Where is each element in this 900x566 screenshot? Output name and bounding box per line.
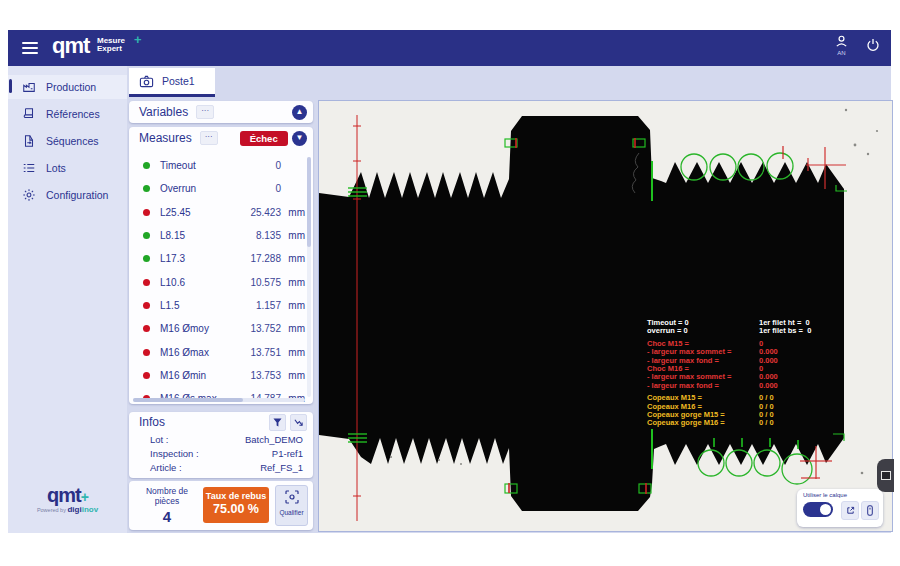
trend-chart-icon bbox=[294, 418, 303, 427]
measure-row[interactable]: M16 Ømoy 13.752 mm bbox=[129, 317, 313, 340]
info-value: Batch_DEMO bbox=[245, 434, 303, 445]
status-dot bbox=[143, 372, 150, 379]
overlay-red-block: Choc M15 =0 - largeur max sommet =0.000 … bbox=[647, 340, 857, 390]
user-initials: AN bbox=[837, 50, 845, 56]
measure-unit: mm bbox=[281, 323, 305, 334]
layer-control-card: Utiliser le calque bbox=[797, 489, 883, 527]
brand-logo: qmt bbox=[52, 33, 89, 59]
vertical-gauge-icon bbox=[866, 505, 874, 516]
top-navbar: qmt MesureExpert + AN bbox=[8, 30, 891, 66]
status-dot bbox=[143, 209, 150, 216]
scrap-rate-value: 75.00 % bbox=[203, 502, 269, 516]
brand-logo-subtitle: MesureExpert bbox=[97, 37, 125, 53]
measure-unit: mm bbox=[281, 370, 305, 381]
scrap-rate-label: Taux de rebus bbox=[203, 491, 269, 501]
measure-value: 25.423 bbox=[231, 207, 281, 218]
info-label: Lot : bbox=[150, 434, 169, 445]
sidebar-item-label: Références bbox=[46, 108, 100, 120]
status-dot bbox=[143, 185, 150, 192]
measures-list: Timeout 0 Overrun 0 L25.45 25.423 mm bbox=[129, 154, 313, 404]
open-external-icon bbox=[846, 506, 855, 515]
hamburger-menu-icon[interactable] bbox=[22, 42, 38, 54]
info-value: Ref_FS_1 bbox=[260, 462, 303, 473]
power-button[interactable] bbox=[865, 37, 881, 53]
measure-name: M16 Ømax bbox=[160, 347, 231, 358]
layer-toggle-switch[interactable] bbox=[803, 502, 833, 517]
status-dot bbox=[143, 279, 150, 286]
variables-panel-title: Variables bbox=[139, 105, 188, 119]
qualify-button[interactable]: Qualifier bbox=[275, 485, 308, 526]
pieces-count-label: Nombre de pièces bbox=[135, 486, 199, 506]
user-account-button[interactable]: AN bbox=[834, 34, 849, 56]
qualify-target-icon bbox=[284, 489, 300, 505]
side-drawer-handle[interactable] bbox=[877, 459, 894, 492]
measure-unit: mm bbox=[281, 277, 305, 288]
sidebar-item-configuration[interactable]: Configuration bbox=[8, 183, 127, 207]
footer-brand-logo: qmt+ Powered by digiinov bbox=[8, 484, 127, 514]
infos-panel-title: Infos bbox=[139, 415, 165, 429]
tab-label: Poste1 bbox=[162, 75, 195, 87]
sidebar-item-sequences[interactable]: Séquences bbox=[8, 129, 127, 153]
measures-vertical-scrollbar[interactable] bbox=[307, 157, 311, 397]
measure-unit: mm bbox=[281, 347, 305, 358]
measure-name: L17.3 bbox=[160, 253, 231, 264]
status-dot bbox=[143, 302, 150, 309]
measures-menu-button[interactable]: ··· bbox=[200, 131, 218, 145]
gauge-view-button[interactable] bbox=[861, 501, 879, 520]
info-row-inspection: Inspection : P1-ref1 bbox=[129, 446, 313, 460]
production-icon bbox=[22, 80, 36, 94]
measure-row[interactable]: Timeout 0 bbox=[129, 154, 313, 177]
measure-row[interactable]: L25.45 25.423 mm bbox=[129, 201, 313, 224]
user-icon bbox=[834, 34, 849, 49]
measure-unit: mm bbox=[281, 230, 305, 241]
result-overlay: Timeout = 01er filet ht = 0 overrun = 01… bbox=[647, 319, 857, 428]
drawer-handle-icon bbox=[881, 471, 891, 480]
measures-panel-title: Measures bbox=[139, 131, 192, 145]
sidebar-item-references[interactable]: Références bbox=[8, 102, 127, 126]
measures-panel: Measures ··· Échec ▼ Timeout 0 Overrun 0 bbox=[129, 127, 313, 404]
infos-filter-button[interactable] bbox=[269, 414, 286, 431]
measure-unit: mm bbox=[281, 207, 305, 218]
sidebar-item-lots[interactable]: Lots bbox=[8, 156, 127, 180]
sidebar-item-label: Séquences bbox=[46, 135, 99, 147]
sidebar-item-label: Lots bbox=[46, 162, 66, 174]
measure-name: Overrun bbox=[160, 183, 231, 194]
variables-panel: Variables ··· ▲ bbox=[129, 101, 313, 123]
measure-row[interactable]: L1.5 1.157 mm bbox=[129, 294, 313, 317]
measure-row[interactable]: L17.3 17.288 mm bbox=[129, 247, 313, 270]
variables-menu-button[interactable]: ··· bbox=[196, 105, 214, 119]
measure-value: 13.752 bbox=[231, 323, 281, 334]
configuration-gear-icon bbox=[22, 188, 36, 202]
open-external-button[interactable] bbox=[841, 501, 859, 520]
sidebar-item-label: Configuration bbox=[46, 189, 108, 201]
measure-row[interactable]: Overrun 0 bbox=[129, 177, 313, 200]
measure-unit: mm bbox=[281, 300, 305, 311]
measure-row[interactable]: L8.15 8.135 mm bbox=[129, 224, 313, 247]
scrap-rate-badge: Taux de rebus 75.00 % bbox=[203, 487, 269, 523]
infos-panel: Infos Lot : Batch_DEMO Inspection : P1-r… bbox=[129, 412, 313, 478]
status-dot bbox=[143, 255, 150, 262]
tab-poste1[interactable]: Poste1 bbox=[129, 68, 215, 97]
brand-logo-plus: + bbox=[134, 32, 142, 47]
pieces-count-block: Nombre de pièces 4 bbox=[135, 486, 199, 525]
measure-row[interactable]: M16 Ømax 13.751 mm bbox=[129, 340, 313, 363]
part-silhouette-image bbox=[319, 101, 892, 531]
infos-stats-button[interactable] bbox=[290, 414, 307, 431]
left-sidebar: Production Références Séquences Lots bbox=[8, 66, 128, 533]
measures-collapse-button[interactable]: ▼ bbox=[292, 131, 307, 146]
stats-panel: Nombre de pièces 4 Taux de rebus 75.00 %… bbox=[129, 481, 313, 530]
measure-value: 0 bbox=[231, 183, 281, 194]
measure-name: L10.6 bbox=[160, 277, 231, 288]
variables-expand-button[interactable]: ▲ bbox=[292, 105, 307, 120]
measure-row[interactable]: M16 Ømin 13.753 mm bbox=[129, 364, 313, 387]
lots-icon bbox=[22, 161, 36, 175]
measure-row[interactable]: L10.6 10.575 mm bbox=[129, 270, 313, 293]
measures-horizontal-scrollbar[interactable] bbox=[133, 398, 305, 402]
power-icon bbox=[865, 37, 881, 53]
measure-value: 17.288 bbox=[231, 253, 281, 264]
info-label: Inspection : bbox=[150, 448, 199, 459]
app-window: qmt MesureExpert + AN Production bbox=[0, 0, 900, 566]
camera-view[interactable]: Timeout = 01er filet ht = 0 overrun = 01… bbox=[318, 100, 893, 532]
measure-value: 13.751 bbox=[231, 347, 281, 358]
sidebar-item-production[interactable]: Production bbox=[8, 75, 127, 99]
